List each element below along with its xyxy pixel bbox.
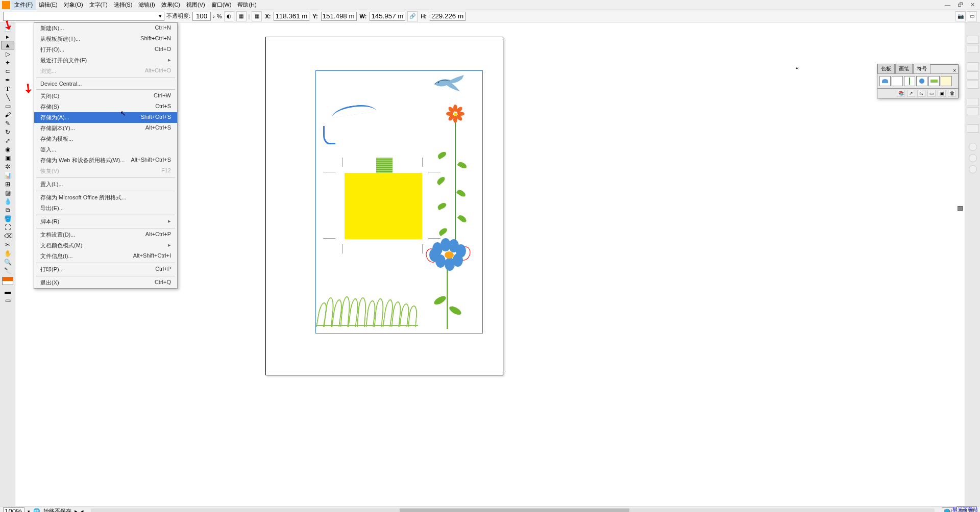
tab-swatches[interactable]: 色板 [877,64,895,73]
delete-button[interactable]: 🗑 [948,90,956,97]
new-button[interactable]: ▣ [938,90,946,97]
color-mode-icon[interactable]: ▬ [1,287,14,296]
free-transform-tool[interactable]: ▣ [1,153,14,162]
menu-type[interactable]: 文字(T) [86,0,111,10]
menu-item-14[interactable]: 存储为 Web 和设备所用格式(W)...Alt+Shift+Ctrl+S [34,155,177,166]
style-dropdown[interactable]: ▾ [3,12,164,21]
selection-box[interactable] [315,70,483,334]
hand-tool[interactable]: ✋ [1,249,14,258]
menu-help[interactable]: 帮助(H) [234,0,259,10]
doc-icon[interactable]: 📄 [1,23,14,32]
break-link-button[interactable]: ⇋ [917,90,925,97]
menu-item-11[interactable]: 存储副本(Y)...Alt+Ctrl+S [34,123,177,134]
symbol-thumb-6[interactable] [941,76,952,86]
scroll-left-icon[interactable]: ◂ [81,508,84,512]
arrange-button[interactable]: ▭ [967,11,977,21]
scissors-tool[interactable]: ✂ [1,240,14,249]
menu-item-0[interactable]: 新建(N)...Ctrl+N [34,23,177,34]
window-restore[interactable]: 🗗 [954,2,966,8]
menu-item-3[interactable]: 最近打开的文件(F)▸ [34,55,177,66]
zoom-tool[interactable]: 🔍 [1,258,14,266]
screen-mode-icon[interactable]: ▭ [1,296,14,304]
menu-item-26[interactable]: 文件信息(I)...Alt+Shift+Ctrl+I [34,251,177,262]
type-tool[interactable]: T [1,84,14,93]
panel-close-icon[interactable]: × [951,68,958,73]
fill-stroke-swatch[interactable] [1,275,14,287]
zoom-input[interactable] [3,507,24,513]
go-bridge-button[interactable]: 📷 [955,11,966,21]
menu-select[interactable]: 选择(S) [111,0,136,10]
globe-icon[interactable]: 🌐 [33,508,40,512]
h-scrollbar[interactable] [91,508,935,513]
menu-edit[interactable]: 编辑(E) [36,0,61,10]
panel-icon-transparency[interactable] [967,81,979,89]
menu-item-13[interactable]: 签入... [34,144,177,155]
graph-tool[interactable]: 📊 [1,171,14,180]
menu-item-25[interactable]: 文档颜色模式(M)▸ [34,240,177,251]
panel-icon-circle2[interactable] [969,154,977,162]
recolor-button[interactable]: ◐ [224,11,234,21]
panel-icon-styles[interactable] [967,107,979,115]
slice-tool[interactable]: 🔪 [1,266,14,275]
menu-item-2[interactable]: 打开(O)...Ctrl+O [34,44,177,55]
pencil-tool[interactable]: ✎ [1,119,14,127]
symbol-thumb-4[interactable] [916,76,927,86]
doc-status-arrow[interactable]: ▸ [75,508,78,512]
pen-tool[interactable]: ✒ [1,75,14,84]
panel-icon-guide[interactable] [967,45,979,53]
menu-item-12[interactable]: 存储为模板... [34,134,177,144]
line-tool[interactable]: ╲ [1,93,14,101]
tab-symbols[interactable]: 符号 [913,64,930,73]
zoom-dropdown-icon[interactable]: ▾ [28,509,30,513]
menu-item-17[interactable]: 置入(L)... [34,179,177,190]
reference-point-button[interactable]: ▦ [252,11,262,21]
canvas[interactable]: ▴ ➚ ↖ 新建(N)...Ctrl+N从模板新建(T)...Shift+Ctr… [15,22,980,506]
panel-icon-stroke[interactable] [967,62,979,70]
w-input[interactable] [370,12,405,21]
panel-icon-circle3[interactable] [969,165,977,173]
livepaint-tool[interactable]: 🪣 [1,214,14,223]
menu-item-9[interactable]: 存储(S)Ctrl+S [34,101,177,112]
x-input[interactable] [274,12,309,21]
window-minimize[interactable]: — [942,2,953,8]
menu-item-30[interactable]: 退出(X)Ctrl+Q [34,277,177,288]
menu-item-24[interactable]: 文档设置(D)...Alt+Ctrl+P [34,229,177,240]
symbol-thumb-5[interactable] [928,76,940,86]
place-button[interactable]: ↗ [907,90,915,97]
menu-item-22[interactable]: 脚本(R)▸ [34,216,177,227]
symbol-thumb-3[interactable] [904,76,915,86]
menu-item-10[interactable]: 存储为(A)...Shift+Ctrl+S [34,112,177,123]
mesh-tool[interactable]: ⊞ [1,180,14,188]
y-input[interactable] [321,12,357,21]
menu-view[interactable]: 视图(V) [183,0,208,10]
scale-tool[interactable]: ⤢ [1,136,14,145]
selection-tool[interactable]: ▲ [1,41,14,49]
panel-icon-appearance[interactable] [967,98,979,106]
menu-item-1[interactable]: 从模板新建(T)...Shift+Ctrl+N [34,34,177,44]
tab-brushes[interactable]: 画笔 [895,64,913,73]
link-icon[interactable]: 🔗 [407,11,418,21]
wand-tool[interactable]: ✦ [1,58,14,67]
menu-window[interactable]: 窗口(W) [208,0,235,10]
panel-icon-circle1[interactable] [969,143,977,151]
menu-item-6[interactable]: Device Central... [34,79,177,88]
opacity-input[interactable] [192,12,211,21]
brush-tool[interactable]: 🖌 [1,110,14,119]
panel-expand-icon[interactable]: « [796,65,799,71]
menu-object[interactable]: 对象(O) [61,0,86,10]
menu-item-28[interactable]: 打印(P)...Ctrl+P [34,264,177,275]
gradient-tool[interactable]: ▨ [1,188,14,197]
panel-icon-gradient[interactable] [967,71,979,80]
menu-item-8[interactable]: 关闭(C)Ctrl+W [34,91,177,101]
symbol-tool[interactable]: ✲ [1,162,14,171]
rotate-tool[interactable]: ↻ [1,127,14,136]
lasso-tool[interactable]: ⊂ [1,67,14,75]
panel-icon-color[interactable] [967,36,979,44]
scroll-handle[interactable] [958,206,963,211]
symbol-thumb-1[interactable] [879,76,891,86]
symbol-thumb-2[interactable] [892,76,903,86]
crop-tool[interactable]: ⛶ [1,223,14,232]
options-button[interactable]: ▭ [927,90,936,97]
library-button[interactable]: 📚 [897,90,905,97]
menu-item-20[interactable]: 导出(E)... [34,203,177,214]
